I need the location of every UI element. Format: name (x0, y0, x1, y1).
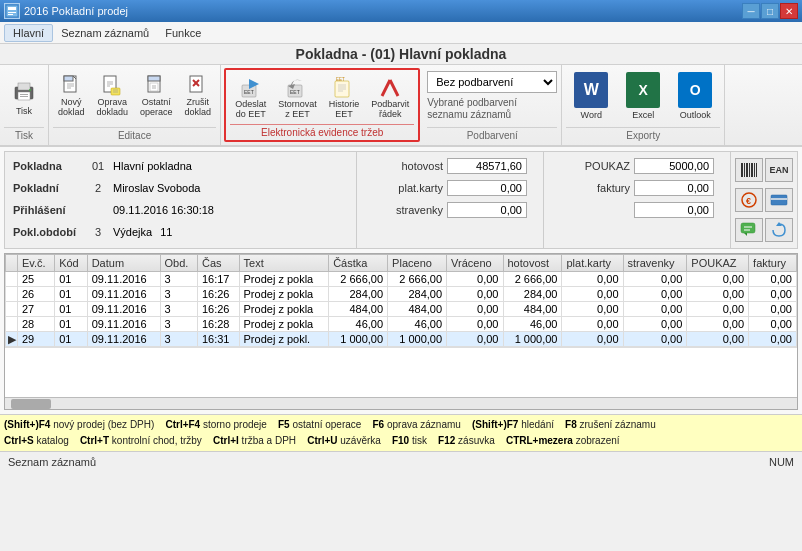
row-stravenky: 0,00 (623, 332, 687, 347)
export-group-label: Exporty (566, 127, 720, 143)
row-poukaz: 0,00 (687, 302, 749, 317)
row-castka: 46,00 (329, 317, 388, 332)
table-row[interactable]: 28 01 09.11.2016 3 16:28 Prodej z pokla … (6, 317, 797, 332)
th-castka[interactable]: Částka (329, 255, 388, 272)
oprava-dokladu-button[interactable]: Opravadokladu (92, 73, 134, 120)
pokldobi-val: 11 (160, 226, 172, 238)
svg-rect-44 (744, 163, 745, 177)
th-text[interactable]: Text (239, 255, 329, 272)
podbarv-group-label: Podbarvení (427, 127, 557, 143)
svg-line-41 (382, 80, 390, 96)
th-platkarty[interactable]: plat.karty (562, 255, 623, 272)
close-button[interactable]: ✕ (780, 3, 798, 19)
row-faktury: 0,00 (749, 332, 797, 347)
th-cas[interactable]: Čas (197, 255, 239, 272)
th-hotovost[interactable]: hotovost (503, 255, 562, 272)
menu-item-seznam[interactable]: Seznam záznamů (53, 25, 157, 41)
pokldobi-label: Pokl.období (13, 226, 83, 238)
ribbon: Tisk Tisk Novýdoklad (0, 65, 802, 147)
tisk-button[interactable]: Tisk (4, 73, 44, 120)
row-poukaz: 0,00 (687, 317, 749, 332)
historie-eet-button[interactable]: EET HistorieEET (324, 75, 365, 122)
th-placeno[interactable]: Placeno (388, 255, 447, 272)
th-kod[interactable]: Kód (55, 255, 88, 272)
minimize-button[interactable]: ─ (742, 3, 760, 19)
th-vraceno[interactable]: Vráceno (447, 255, 503, 272)
svg-rect-45 (746, 163, 748, 177)
table-row[interactable]: 25 01 09.11.2016 3 16:17 Prodej z pokla … (6, 272, 797, 287)
table-row[interactable]: 26 01 09.11.2016 3 16:26 Prodej z pokla … (6, 287, 797, 302)
hotovost-label: hotovost (373, 160, 443, 172)
row-hotovost: 46,00 (503, 317, 562, 332)
empty-value: 0,00 (634, 202, 714, 218)
pokladna-label: Pokladna (13, 160, 83, 172)
row-hotovost: 2 666,00 (503, 272, 562, 287)
word-export-button[interactable]: W Word (566, 69, 616, 123)
odeslat-eet-button[interactable]: EET Odeslatdo EET (230, 75, 271, 122)
th-poukaz[interactable]: POUKAZ (687, 255, 749, 272)
menu-item-funkce[interactable]: Funkce (157, 25, 209, 41)
barcode-icon[interactable] (735, 158, 763, 182)
table-row[interactable]: 27 01 09.11.2016 3 16:26 Prodej z pokla … (6, 302, 797, 317)
row-obd: 3 (160, 332, 197, 347)
row-cas: 16:26 (197, 302, 239, 317)
row-kod: 01 (55, 332, 88, 347)
table-header: Ev.č. Kód Datum Obd. Čas Text Částka Pla… (6, 255, 797, 272)
svg-rect-20 (111, 88, 120, 95)
row-faktury: 0,00 (749, 302, 797, 317)
svg-rect-53 (771, 198, 787, 200)
svg-text:EET: EET (290, 89, 300, 95)
info-right: POUKAZ 5000,00 faktury 0,00 0,00 (543, 152, 730, 248)
outlook-icon: O (678, 72, 712, 108)
excel-export-button[interactable]: X Excel (618, 69, 668, 123)
row-cas: 16:17 (197, 272, 239, 287)
podbarvit-radek-button[interactable]: Podbarvitřádek (366, 75, 414, 122)
chat-icon[interactable] (735, 218, 763, 242)
podbarveni-select[interactable]: Bez podbarvení Zelená Žlutá Červená (427, 71, 557, 93)
row-evc: 25 (18, 272, 55, 287)
stornovat-eet-button[interactable]: EET Stornovatz EET (273, 75, 322, 122)
editace-group-label: Editace (53, 127, 216, 143)
row-stravenky: 0,00 (623, 302, 687, 317)
row-text: Prodej z pokla (239, 317, 329, 332)
row-kod: 01 (55, 317, 88, 332)
th-datum[interactable]: Datum (87, 255, 160, 272)
row-evc: 29 (18, 332, 55, 347)
row-castka: 1 000,00 (329, 332, 388, 347)
maximize-button[interactable]: □ (761, 3, 779, 19)
row-hotovost: 484,00 (503, 302, 562, 317)
th-faktury[interactable]: faktury (749, 255, 797, 272)
row-obd: 3 (160, 287, 197, 302)
th-evc[interactable]: Ev.č. (18, 255, 55, 272)
row-arrow (6, 302, 18, 317)
ostatni-operace-button[interactable]: Ostatníoperace (135, 73, 178, 120)
row-text: Prodej z pokl. (239, 332, 329, 347)
zrusit-doklad-button[interactable]: Zrušitdoklad (180, 73, 217, 120)
shortcut-bar: (Shift+)F4 nový prodej (bez DPH) Ctrl+F4… (0, 414, 802, 451)
novy-doklad-button[interactable]: Novýdoklad (53, 73, 90, 120)
svg-marker-55 (744, 233, 747, 236)
row-text: Prodej z pokla (239, 287, 329, 302)
svg-rect-49 (756, 163, 757, 177)
row-kod: 01 (55, 272, 88, 287)
main-content: Pokladna 01 Hlavní pokladna Pokladní 2 M… (0, 147, 802, 414)
ean-icon[interactable]: EAN (765, 158, 793, 182)
row-text: Prodej z pokla (239, 272, 329, 287)
pokladni-label: Pokladní (13, 182, 83, 194)
pokladni-num: 2 (83, 182, 113, 194)
card-icon[interactable] (765, 188, 793, 212)
history-eet-icon: EET (333, 77, 355, 99)
menu-item-hlavni[interactable]: Hlavní (4, 24, 53, 42)
th-obd[interactable]: Obd. (160, 255, 197, 272)
outlook-label: Outlook (680, 110, 711, 120)
currency-icon[interactable]: € (735, 188, 763, 212)
th-stravenky[interactable]: stravenky (623, 255, 687, 272)
row-platkarty: 0,00 (562, 272, 623, 287)
outlook-export-button[interactable]: O Outlook (670, 69, 720, 123)
row-faktury: 0,00 (749, 287, 797, 302)
table-row[interactable]: ▶ 29 01 09.11.2016 3 16:31 Prodej z pokl… (6, 332, 797, 347)
row-stravenky: 0,00 (623, 272, 687, 287)
refresh-icon[interactable] (765, 218, 793, 242)
row-vraceno: 0,00 (447, 287, 503, 302)
row-platkarty: 0,00 (562, 287, 623, 302)
